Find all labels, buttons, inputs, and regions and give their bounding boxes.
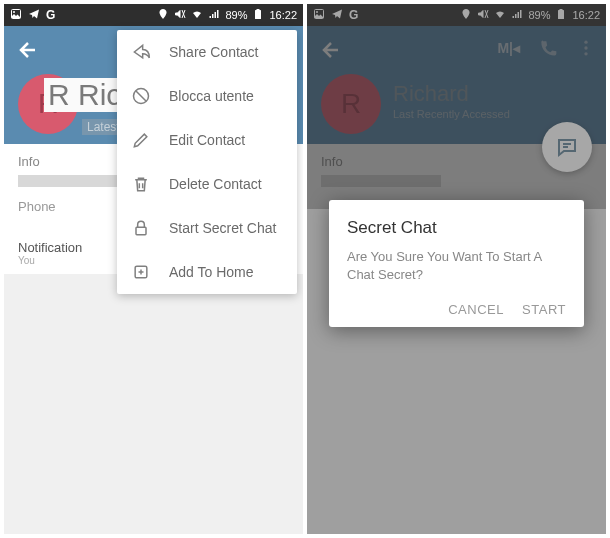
- battery-percent: 89%: [225, 9, 247, 21]
- signal-icon: [208, 8, 220, 22]
- back-button[interactable]: [16, 38, 40, 62]
- add-home-icon: [131, 262, 151, 282]
- menu-label: Delete Contact: [169, 176, 262, 192]
- menu-start-secret-chat[interactable]: Start Secret Chat: [117, 206, 297, 250]
- pencil-icon: [131, 130, 151, 150]
- svg-rect-5: [136, 227, 146, 235]
- menu-share-contact[interactable]: Share Contact: [117, 30, 297, 74]
- menu-label: Blocca utente: [169, 88, 254, 104]
- status-bar: G 89% 16:22: [4, 4, 303, 26]
- menu-label: Start Secret Chat: [169, 220, 276, 236]
- dialog-start-button[interactable]: START: [522, 302, 566, 317]
- svg-point-1: [13, 11, 15, 13]
- google-icon: G: [46, 8, 55, 22]
- svg-rect-2: [255, 10, 261, 19]
- clock-time: 16:22: [269, 9, 297, 21]
- menu-add-to-home[interactable]: Add To Home: [117, 250, 297, 294]
- secret-chat-dialog: Secret Chat Are You Sure You Want To Sta…: [329, 200, 584, 327]
- menu-label: Add To Home: [169, 264, 254, 280]
- overflow-menu: Share Contact Blocca utente Edit Contact…: [117, 30, 297, 294]
- menu-label: Share Contact: [169, 44, 259, 60]
- image-icon: [10, 8, 22, 22]
- share-icon: [131, 42, 151, 62]
- dialog-title: Secret Chat: [347, 218, 566, 238]
- mute-icon: [174, 8, 186, 22]
- battery-icon: [252, 8, 264, 22]
- menu-edit-contact[interactable]: Edit Contact: [117, 118, 297, 162]
- menu-label: Edit Contact: [169, 132, 245, 148]
- screen-left: G 89% 16:22 R R Ricca Latest Info Phone …: [4, 4, 303, 534]
- location-icon: [157, 8, 169, 22]
- telegram-icon: [28, 8, 40, 22]
- dialog-cancel-button[interactable]: CANCEL: [448, 302, 504, 317]
- screen-right: G 89% 16:22 M|◂ R Richard Last Recently …: [307, 4, 606, 534]
- lock-icon: [131, 218, 151, 238]
- trash-icon: [131, 174, 151, 194]
- menu-block-user[interactable]: Blocca utente: [117, 74, 297, 118]
- block-icon: [131, 86, 151, 106]
- dialog-body: Are You Sure You Want To Start A Chat Se…: [347, 248, 566, 284]
- wifi-icon: [191, 8, 203, 22]
- menu-delete-contact[interactable]: Delete Contact: [117, 162, 297, 206]
- svg-rect-3: [257, 9, 260, 10]
